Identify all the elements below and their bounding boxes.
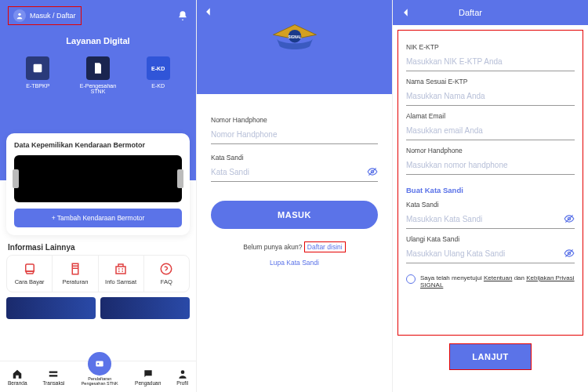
info-samsat[interactable]: Info Samsat [99, 256, 144, 292]
svg-point-4 [162, 263, 172, 274]
back-button[interactable] [197, 0, 220, 25]
vehicle-plate-slot [14, 155, 182, 202]
service-ekd[interactable]: E-KDE-KD [135, 56, 182, 94]
svg-point-0 [18, 13, 20, 16]
vehicle-card: Data Kepemilikan Kendaraan Bermotor + Ta… [6, 133, 190, 235]
svg-rect-2 [25, 264, 34, 271]
back-button[interactable] [401, 7, 412, 18]
tab-beranda[interactable]: Beranda [8, 368, 27, 386]
svg-point-8 [97, 363, 99, 365]
bell-icon[interactable] [177, 10, 188, 21]
svg-rect-5 [49, 371, 58, 372]
email-input[interactable] [406, 122, 575, 140]
service-epengesahan[interactable]: E-Pengesahan STNK [74, 56, 122, 94]
svg-rect-6 [49, 375, 58, 376]
password-section-heading: Buat Kata Sandi [406, 186, 575, 194]
user-icon [13, 9, 26, 22]
info-cara-bayar[interactable]: Cara Bayar [7, 256, 53, 292]
login-button[interactable]: MASUK [211, 201, 378, 229]
screen-register: Daftar NIK E-KTP Nama Sesuai E-KTP Alama… [392, 0, 588, 392]
eye-icon[interactable] [564, 213, 575, 224]
terms-link[interactable]: Ketentuan [484, 274, 512, 281]
svg-text:SIGNAL: SIGNAL [288, 35, 301, 39]
register-link[interactable]: Daftar disini [304, 241, 346, 252]
signal-logo: SIGNAL [270, 22, 320, 53]
nik-label: NIK E-KTP [406, 43, 575, 51]
screen-home: Masuk / Daftar Layanan Digital E-TBPKP E… [0, 0, 196, 392]
nik-input[interactable] [406, 53, 575, 71]
tab-transaksi[interactable]: Transaksi [42, 368, 64, 386]
other-info-heading: Informasi Lainnya [8, 243, 188, 252]
add-vehicle-button[interactable]: + Tambah Kendaraan Bermotor [14, 209, 182, 227]
eye-icon[interactable] [564, 248, 575, 259]
banner-2[interactable] [100, 297, 190, 319]
pw-label: Kata Sandi [406, 201, 575, 209]
svg-rect-3 [116, 267, 125, 274]
terms-text: Saya telah menyetujui Ketentuan dan Kebi… [420, 274, 575, 289]
tab-pengaduan[interactable]: Pengaduan [135, 368, 161, 386]
banner-1[interactable] [6, 297, 96, 319]
info-peraturan[interactable]: Peraturan [53, 256, 98, 292]
email-label: Alamat Email [406, 112, 575, 120]
tab-pendaftaran[interactable]: Pendaftaran Pengesahan STNK [80, 352, 119, 386]
phone-input[interactable] [406, 156, 575, 175]
phone-label: Nomor Handphone [406, 147, 575, 154]
tab-bar: Beranda Transaksi Pendaftaran Pengesahan… [0, 361, 196, 392]
phone-input[interactable] [211, 125, 378, 144]
info-faq[interactable]: FAQ [144, 256, 189, 292]
name-label: Nama Sesuai E-KTP [406, 78, 575, 85]
svg-point-9 [180, 370, 184, 374]
services-heading: Layanan Digital [8, 36, 188, 45]
pw2-input[interactable] [406, 245, 575, 263]
pw2-label: Ulangi Kata Sandi [406, 235, 575, 243]
password-input[interactable] [211, 163, 378, 182]
phone-label: Nomor Handphone [211, 116, 378, 124]
vehicle-card-title: Data Kepemilikan Kendaraan Bermotor [14, 141, 182, 149]
no-account-text: Belum punya akun? Daftar disini [211, 241, 378, 252]
pw-input[interactable] [406, 210, 575, 229]
eye-icon[interactable] [367, 166, 378, 177]
info-grid: Cara Bayar Peraturan Info Samsat FAQ [6, 255, 190, 292]
continue-button[interactable]: LANJUT [449, 343, 531, 370]
screen-login: SIGNAL Nomor Handphone Kata Sandi MASUK … [196, 0, 392, 392]
svg-rect-1 [34, 64, 42, 73]
login-label: Masuk / Daftar [30, 12, 76, 20]
name-input[interactable] [406, 87, 575, 106]
login-register-button[interactable]: Masuk / Daftar [8, 6, 82, 25]
service-etbpkp[interactable]: E-TBPKP [14, 56, 61, 94]
forgot-password-link[interactable]: Lupa Kata Sandi [270, 259, 319, 267]
terms-checkbox[interactable] [406, 274, 416, 284]
tab-profil[interactable]: Profil [176, 368, 188, 386]
password-label: Kata Sandi [211, 154, 378, 162]
register-title: Daftar [459, 8, 482, 17]
svg-rect-7 [96, 361, 103, 367]
